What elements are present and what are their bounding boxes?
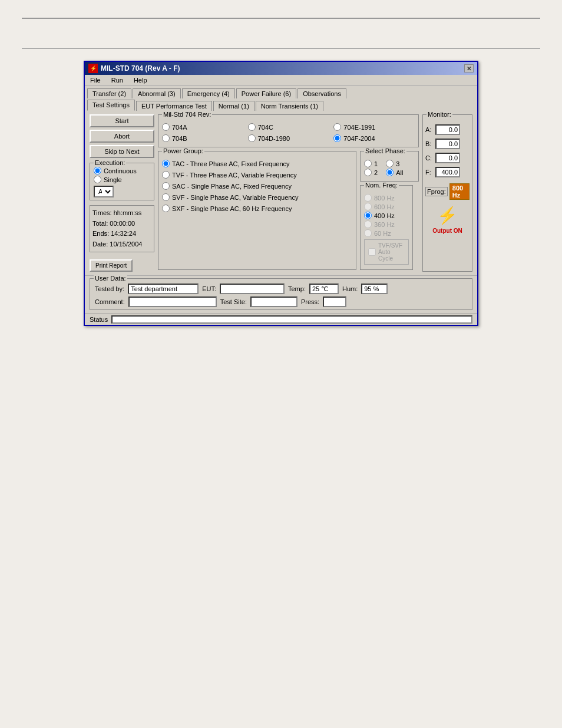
mil-704f-label: 704F-2004: [343, 135, 375, 142]
execution-continuous-radio[interactable]: [94, 167, 101, 174]
status-panel: [111, 315, 472, 324]
power-tvf-radio[interactable]: [162, 171, 170, 179]
titlebar: ⚡ MIL-STD 704 (Rev A - F) ✕: [85, 62, 477, 75]
tabs-row2: Test Settings EUT Performance Test Norma…: [85, 98, 477, 111]
nom-freq-title: Nom. Freq:: [364, 182, 399, 189]
nom-freq-group: Nom. Freq: 800 Hz 600 Hz 4: [360, 185, 413, 270]
window-title: MIL-STD 704 (Rev A - F): [101, 64, 180, 73]
statusbar: Status: [85, 314, 477, 325]
temp-input[interactable]: [309, 284, 339, 294]
mil-std-options: 704A 704C 704E-1991 704B: [162, 122, 415, 142]
tested-by-input[interactable]: [128, 284, 199, 294]
mil-704e-label: 704E-1991: [343, 124, 375, 131]
power-sac-radio[interactable]: [162, 182, 170, 190]
monitor-b-row: B:: [425, 139, 470, 149]
tab-power-failure[interactable]: Power Failure (6): [236, 88, 296, 98]
phase-1-radio[interactable]: [364, 160, 372, 167]
power-tvf-label: TVF - Three Phase AC, Variable Frequency: [172, 172, 297, 179]
power-group-title: Power Group:: [162, 147, 204, 154]
mil-704c: 704C: [248, 123, 329, 131]
press-input[interactable]: [323, 297, 346, 307]
execution-dropdown[interactable]: A B C: [94, 186, 114, 197]
menu-file[interactable]: File: [88, 76, 103, 84]
mil-704b: 704B: [162, 134, 243, 142]
power-tac-label: TAC - Three Phase AC, Fixed Frequency: [172, 160, 290, 167]
main-window: ⚡ MIL-STD 704 (Rev A - F) ✕ File Run Hel…: [84, 61, 478, 326]
tvf-saf-checkbox: [368, 248, 376, 256]
close-button[interactable]: ✕: [464, 64, 474, 73]
power-tac-radio[interactable]: [162, 160, 170, 167]
mil-704b-radio[interactable]: [162, 134, 170, 142]
comment-input[interactable]: [128, 297, 217, 307]
freq-600-radio: [364, 203, 372, 210]
freq-600-label: 600 Hz: [374, 203, 395, 210]
freq-600: 600 Hz: [364, 203, 409, 210]
user-data-row2: Comment: Test Site: Press:: [95, 297, 467, 307]
execution-group: Execution: Continuous Single A B C: [90, 163, 154, 200]
hum-input[interactable]: [361, 284, 388, 294]
power-sxf-radio[interactable]: [162, 205, 170, 212]
freq-800: 800 Hz: [364, 194, 409, 202]
phase-1: 1 3: [364, 160, 415, 167]
main-content: Start Abort Skip to Next Execution: Cont…: [85, 111, 477, 275]
power-sxf: SXF - Single Phase AC, 60 Hz Frequency: [162, 205, 352, 212]
menu-help[interactable]: Help: [132, 76, 149, 84]
freq-60-label: 60 Hz: [374, 230, 391, 237]
phase-2-radio[interactable]: [364, 169, 372, 176]
monitor-f-input[interactable]: [435, 167, 460, 177]
start-button[interactable]: Start: [90, 114, 154, 127]
mil-704d-radio[interactable]: [248, 134, 256, 142]
freq-360: 360 Hz: [364, 220, 409, 228]
tab-transfer[interactable]: Transfer (2): [87, 88, 131, 98]
execution-title: Execution:: [94, 159, 126, 166]
monitor-b-input[interactable]: [435, 139, 460, 149]
tab-abnormal[interactable]: Abnormal (3): [133, 88, 181, 98]
freq-800-radio: [364, 194, 372, 202]
tab-observations[interactable]: Observations: [297, 88, 346, 98]
temp-label: Temp:: [288, 285, 306, 292]
monitor-b-label: B:: [425, 140, 434, 147]
power-svf-radio[interactable]: [162, 193, 170, 201]
phase-3-radio[interactable]: [386, 160, 394, 167]
monitor-c-label: C:: [425, 154, 434, 162]
mil-704c-radio[interactable]: [248, 123, 256, 131]
mil-704f-radio[interactable]: [333, 134, 341, 142]
power-svf-label: SVF - Single Phase AC, Variable Frequenc…: [172, 194, 298, 201]
tab-test-settings[interactable]: Test Settings: [87, 100, 135, 111]
mil-704a-radio[interactable]: [162, 123, 170, 131]
center-panel: Mil-Std 704 Rev: 704A 704C 704E-1991: [158, 114, 419, 272]
mil-704d-label: 704D-1980: [258, 135, 290, 142]
menu-run[interactable]: Run: [110, 76, 125, 84]
power-group: Power Group: TAC - Three Phase AC, Fixed…: [158, 151, 356, 270]
monitor-c-input[interactable]: [435, 153, 460, 163]
fprog-row: Fprog: 800 Hz: [425, 183, 470, 200]
phase-3-label: 3: [396, 160, 399, 167]
tab-emergency[interactable]: Emergency (4): [182, 88, 235, 98]
freq-400-radio[interactable]: [364, 212, 372, 219]
monitor-panel: Monitor: A: B: C: F: Fp: [422, 114, 472, 272]
press-label: Press:: [301, 298, 319, 305]
mil-704e-radio[interactable]: [333, 123, 341, 131]
skip-to-next-button[interactable]: Skip to Next: [90, 145, 154, 158]
monitor-a-input[interactable]: [435, 124, 460, 135]
mil-704b-label: 704B: [172, 135, 187, 142]
phase-all-radio[interactable]: [386, 169, 394, 176]
abort-button[interactable]: Abort: [90, 130, 154, 143]
freq-400-label: 400 Hz: [374, 212, 395, 219]
output-on-label: Output ON: [425, 228, 470, 234]
test-site-input[interactable]: [250, 297, 297, 307]
times-box: Times: hh:mm:ss Total: 00:00:00 Ends: 14…: [90, 205, 154, 252]
execution-continuous-label: Continuous: [104, 167, 137, 174]
execution-single-radio[interactable]: [94, 176, 101, 183]
power-options: TAC - Three Phase AC, Fixed Frequency TV…: [162, 159, 352, 212]
eut-input[interactable]: [220, 284, 285, 294]
phase-2-label: 2: [374, 169, 378, 176]
tab-eut-performance[interactable]: EUT Performance Test: [136, 101, 212, 111]
phase-1-label: 1: [374, 160, 378, 167]
print-report-button[interactable]: Print Report: [90, 259, 133, 272]
mil-704a: 704A: [162, 123, 243, 131]
select-phase-group: Select Phase: 1 3 2: [360, 151, 419, 182]
freq-360-radio: [364, 220, 372, 228]
tab-norm-transients[interactable]: Norm Transients (1): [256, 101, 323, 111]
tab-normal[interactable]: Normal (1): [213, 101, 254, 111]
